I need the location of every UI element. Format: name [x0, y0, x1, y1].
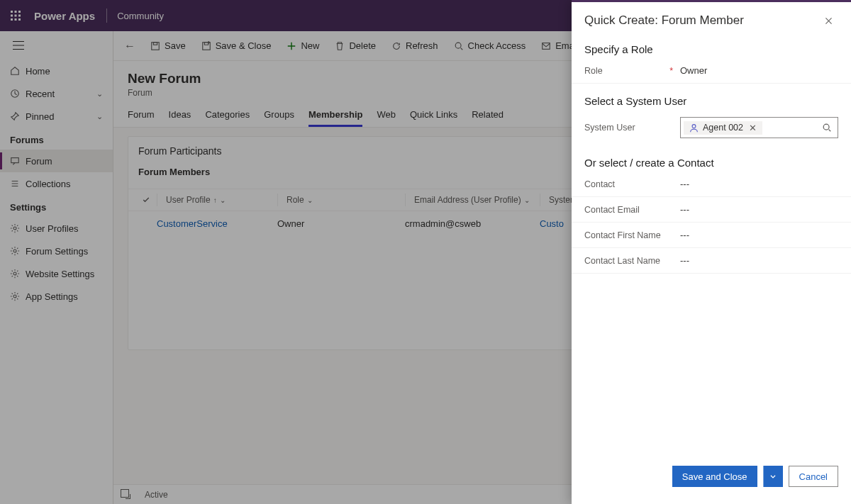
contact-email-label: Contact Email	[584, 205, 680, 215]
role-value: Owner	[680, 65, 838, 76]
system-user-label: System User	[584, 123, 635, 133]
contact-first-label: Contact First Name	[584, 230, 680, 240]
section-contact: Or select / create a Contact	[572, 145, 851, 172]
role-label: Role	[584, 66, 603, 76]
section-system-user: Select a System User	[572, 84, 851, 110]
field-contact-last[interactable]: Contact Last Name ---	[572, 248, 851, 274]
person-icon	[689, 123, 699, 133]
save-and-close-button[interactable]: Save and Close	[672, 466, 757, 487]
system-user-lookup[interactable]: Agent 002 ✕	[680, 117, 838, 138]
contact-last-value: ---	[680, 255, 838, 266]
chevron-down-icon	[769, 473, 777, 480]
save-split-button[interactable]	[763, 466, 783, 487]
contact-value: ---	[680, 179, 838, 189]
field-contact-first[interactable]: Contact First Name ---	[572, 223, 851, 248]
chip-label: Agent 002	[703, 123, 743, 133]
svg-point-21	[823, 124, 829, 130]
section-role: Specify a Role	[572, 32, 851, 58]
quick-create-panel: Quick Create: Forum Member Specify a Rol…	[572, 0, 851, 504]
flyout-title: Quick Create: Forum Member	[584, 13, 744, 28]
contact-first-value: ---	[680, 230, 838, 240]
field-system-user: System User Agent 002 ✕	[572, 110, 851, 145]
field-role[interactable]: Role* Owner	[572, 58, 851, 84]
flyout-footer: Save and Close Cancel	[572, 456, 851, 504]
close-button[interactable]	[818, 11, 838, 30]
search-icon	[822, 123, 832, 133]
required-indicator: *	[669, 66, 673, 76]
cancel-button[interactable]: Cancel	[789, 466, 838, 487]
lookup-chip[interactable]: Agent 002 ✕	[684, 121, 762, 135]
close-icon	[824, 16, 833, 26]
svg-point-20	[692, 124, 696, 128]
contact-last-label: Contact Last Name	[584, 256, 680, 266]
field-contact[interactable]: Contact ---	[572, 172, 851, 197]
contact-label: Contact	[584, 179, 680, 189]
chip-remove-icon[interactable]: ✕	[749, 123, 757, 133]
contact-email-value: ---	[680, 204, 838, 215]
lookup-search-button[interactable]	[819, 123, 835, 133]
field-contact-email[interactable]: Contact Email ---	[572, 197, 851, 223]
